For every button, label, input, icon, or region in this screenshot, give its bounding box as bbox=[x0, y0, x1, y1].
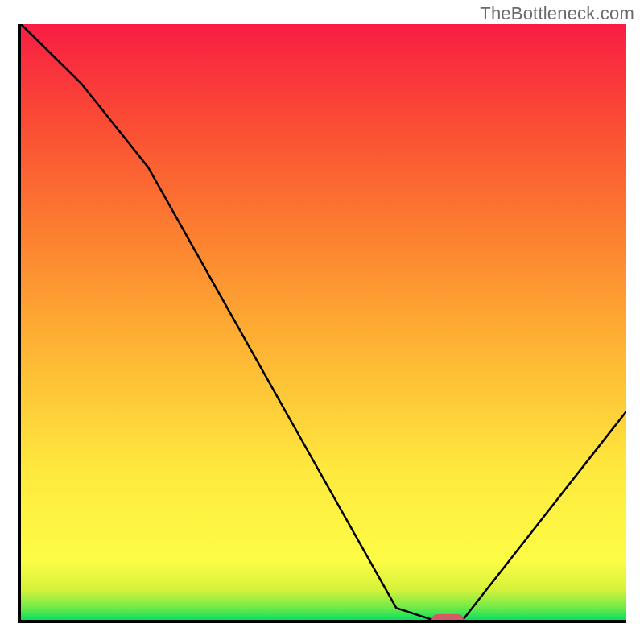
plot-area bbox=[18, 24, 626, 623]
chart-svg bbox=[21, 24, 626, 620]
watermark-text: TheBottleneck.com bbox=[480, 3, 634, 24]
optimal-marker bbox=[431, 614, 464, 623]
gradient-background bbox=[21, 24, 626, 620]
